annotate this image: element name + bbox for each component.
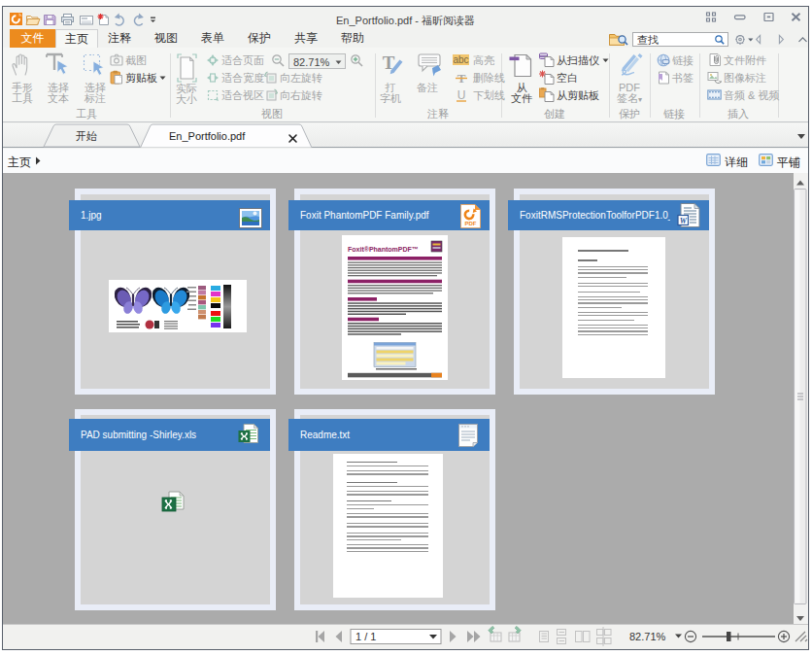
- svg-text:abc: abc: [453, 54, 468, 65]
- svg-text:82.71%: 82.71%: [629, 631, 666, 642]
- svg-text:Foxit®PhantomPDF™: Foxit®PhantomPDF™: [348, 246, 419, 253]
- svg-text:开始: 开始: [76, 130, 97, 142]
- svg-text:W: W: [680, 217, 688, 225]
- svg-text:U: U: [457, 88, 466, 102]
- svg-text:1 / 1: 1 / 1: [355, 631, 376, 642]
- svg-text:En_Portfolio.pdf: En_Portfolio.pdf: [169, 130, 246, 142]
- svg-text:PDF: PDF: [465, 221, 477, 226]
